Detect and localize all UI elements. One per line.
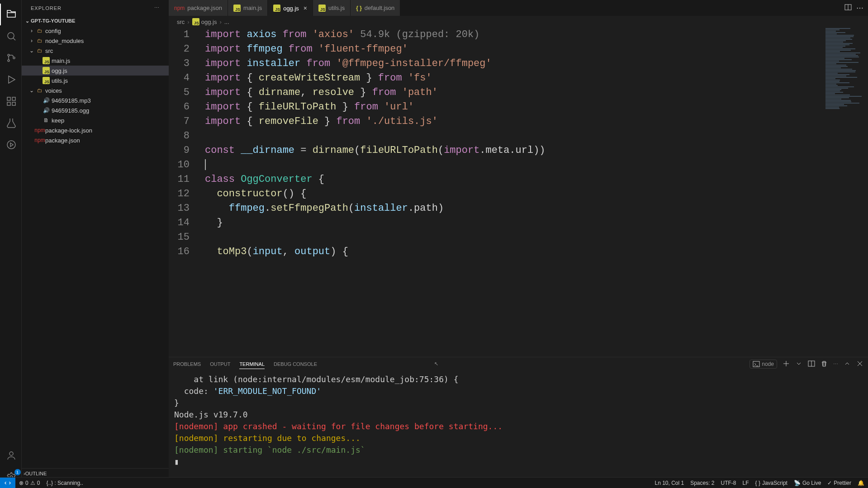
tree-item-package-json[interactable]: npmpackage.json xyxy=(22,135,169,145)
code-line[interactable]: import ffmpeg from 'fluent-ffmpeg' xyxy=(205,42,814,57)
more-actions-icon[interactable]: ⋯ xyxy=(856,4,863,12)
code-line[interactable]: import installer from '@ffmpeg-installer… xyxy=(205,57,814,71)
testing-icon[interactable] xyxy=(0,112,22,134)
terminal-selector[interactable]: node xyxy=(749,360,777,369)
code-line[interactable]: toMp3(input, output) { xyxy=(205,245,814,259)
tab-main-js[interactable]: JSmain.js xyxy=(228,0,268,16)
code-line[interactable]: import { dirname, resolve } from 'path' xyxy=(205,85,814,100)
status-scanning[interactable]: {..} : Scanning.. xyxy=(46,480,83,486)
explorer-icon[interactable] xyxy=(0,4,22,25)
status-line-col[interactable]: Ln 10, Col 1 xyxy=(655,480,684,486)
chevron-down-icon: ⌄ xyxy=(24,18,31,24)
panel-tab-terminal[interactable]: TERMINAL xyxy=(239,360,265,369)
terminal-line: } xyxy=(174,397,863,409)
status-language[interactable]: { } JavaScript xyxy=(755,480,787,486)
tab-ogg-js[interactable]: JSogg.js× xyxy=(268,0,313,16)
status-encoding[interactable]: UTF-8 xyxy=(721,480,736,486)
panel-tab-debug-console[interactable]: DEBUG CONSOLE xyxy=(274,360,317,369)
status-spaces[interactable]: Spaces: 2 xyxy=(690,480,714,486)
panel-tab-problems[interactable]: PROBLEMS xyxy=(173,360,201,369)
tab-package-json[interactable]: npmpackage.json xyxy=(169,0,228,16)
kill-terminal-icon[interactable] xyxy=(821,360,828,368)
breadcrumb-segment[interactable]: ... xyxy=(224,19,229,25)
explorer-more-icon[interactable]: ⋯ xyxy=(154,5,160,11)
code-line[interactable] xyxy=(205,158,814,172)
tree-item-keep[interactable]: 🗎keep xyxy=(22,115,169,125)
accounts-icon[interactable] xyxy=(0,445,22,466)
tree-item-main-js[interactable]: JSmain.js xyxy=(22,56,169,66)
tree-item-utils-js[interactable]: JSutils.js xyxy=(22,76,169,85)
code-line[interactable]: class OggConverter { xyxy=(205,172,814,187)
explorer-title: EXPLORER xyxy=(31,5,62,11)
minimap[interactable] xyxy=(823,28,868,357)
tree-item-label: ogg.js xyxy=(51,67,67,74)
close-panel-icon[interactable] xyxy=(856,360,863,368)
js-icon: JS xyxy=(42,77,51,84)
status-prettier[interactable]: ✓Prettier xyxy=(827,480,851,486)
panel-tabs: ↖ PROBLEMSOUTPUTTERMINALDEBUG CONSOLE no… xyxy=(169,357,868,371)
extensions-icon[interactable] xyxy=(0,90,22,112)
status-problems[interactable]: ⊗0 ⚠0 xyxy=(19,480,40,486)
tree-item-94659185-mp3[interactable]: 🔊94659185.mp3 xyxy=(22,95,169,105)
maximize-panel-icon[interactable] xyxy=(844,360,851,368)
json-icon: { } xyxy=(356,5,362,11)
status-notifications-icon[interactable]: 🔔 xyxy=(858,480,864,486)
encoding-label: UTF-8 xyxy=(721,480,736,486)
code-line[interactable] xyxy=(205,230,814,245)
svg-point-0 xyxy=(8,33,14,39)
svg-marker-11 xyxy=(10,143,13,147)
code-line[interactable]: import axios from 'axios' 54.9k (gzipped… xyxy=(205,28,814,42)
outline-section[interactable]: › OUTLINE xyxy=(22,468,169,478)
code-line[interactable]: constructor() { xyxy=(205,187,814,201)
more-icon[interactable]: ⋯ xyxy=(833,361,838,367)
tree-item-label: utils.js xyxy=(51,77,68,84)
breadcrumb[interactable]: src › JS ogg.js › ... xyxy=(169,16,868,28)
line-number: 14 xyxy=(169,216,190,230)
code-line[interactable]: ffmpeg.setFfmpegPath(installer.path) xyxy=(205,201,814,216)
code-line[interactable]: import { createWriteStream } from 'fs' xyxy=(205,71,814,85)
line-number: 5 xyxy=(169,85,190,100)
tree-item-voices[interactable]: ⌄🗀voices xyxy=(22,85,169,95)
tree-item-94659185-ogg[interactable]: 🔊94659185.ogg xyxy=(22,105,169,115)
code-lines[interactable]: import axios from 'axios' 54.9k (gzipped… xyxy=(205,28,814,259)
breadcrumb-segment[interactable]: src xyxy=(177,19,185,25)
close-tab-icon[interactable]: × xyxy=(304,5,307,12)
source-control-icon[interactable] xyxy=(0,47,22,69)
terminal-dropdown-icon[interactable] xyxy=(795,360,802,368)
js-icon: JS xyxy=(192,18,199,25)
code-editor[interactable]: 12345678910111213141516 import axios fro… xyxy=(169,28,868,357)
panel-actions: node ⋯ xyxy=(749,360,863,369)
tab-utils-js[interactable]: JSutils.js xyxy=(313,0,351,16)
split-editor-icon[interactable] xyxy=(844,4,852,13)
split-terminal-icon[interactable] xyxy=(808,360,815,368)
panel-tab-output[interactable]: OUTPUT xyxy=(210,360,230,369)
tree-item-ogg-js[interactable]: JSogg.js xyxy=(22,66,169,76)
code-line[interactable]: import { fileURLToPath } from 'url' xyxy=(205,100,814,114)
terminal-output[interactable]: at link (node:internal/modules/esm/modul… xyxy=(169,371,868,488)
code-line[interactable]: } xyxy=(205,216,814,230)
run-debug-icon[interactable] xyxy=(0,69,22,90)
tree-item-config[interactable]: ›🗀config xyxy=(22,26,169,36)
new-terminal-icon[interactable] xyxy=(783,360,790,368)
code-line[interactable]: const __dirname = dirname(fileURLToPath(… xyxy=(205,143,814,158)
scanning-label: {..} : Scanning.. xyxy=(46,480,83,486)
code-line[interactable]: import { removeFile } from './utils.js' xyxy=(205,114,814,129)
search-icon[interactable] xyxy=(0,25,22,47)
tree-item-package-lock-json[interactable]: npmpackage-lock.json xyxy=(22,125,169,135)
tree-item-src[interactable]: ⌄🗀src xyxy=(22,46,169,56)
warning-count: 0 xyxy=(37,480,40,486)
tab-default-json[interactable]: { }default.json xyxy=(351,0,400,16)
golive-label: Go Live xyxy=(802,480,821,486)
tree-item-node_modules[interactable]: ›🗀node_modules xyxy=(22,36,169,46)
status-eol[interactable]: LF xyxy=(743,480,749,486)
remote-indicator[interactable] xyxy=(0,478,15,488)
folder-icon: 🗀 xyxy=(35,47,44,54)
code-line[interactable] xyxy=(205,129,814,143)
error-count: 0 xyxy=(25,480,28,486)
tree-item-label: package-lock.json xyxy=(44,127,92,134)
live-share-icon[interactable] xyxy=(0,134,22,156)
project-header[interactable]: ⌄ GPT-TG-YOUTUBE xyxy=(22,16,169,26)
status-golive[interactable]: 📡Go Live xyxy=(794,480,821,486)
terminal-line: [nodemon] restarting due to changes... xyxy=(174,432,863,444)
breadcrumb-segment[interactable]: ogg.js xyxy=(201,19,217,25)
